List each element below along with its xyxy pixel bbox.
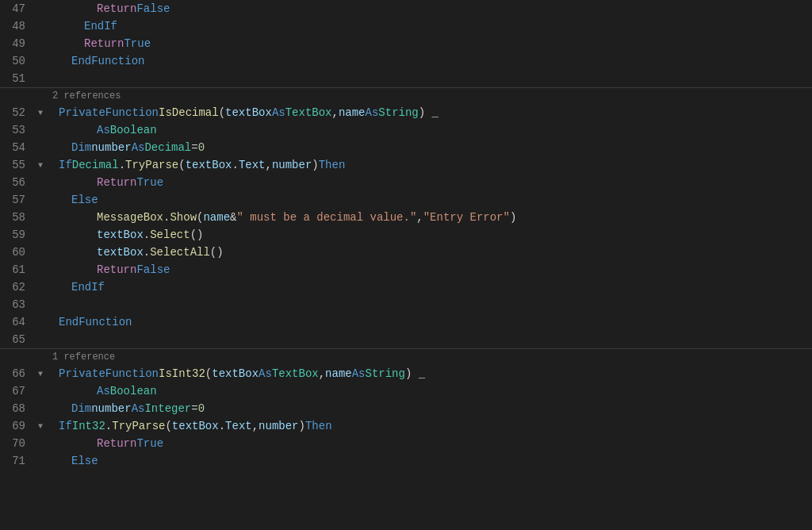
code-48: End If xyxy=(48,17,117,35)
line-number-67: 67 xyxy=(0,385,33,398)
fold-66[interactable]: ▼ xyxy=(33,370,48,378)
code-69: If Int32.TryParse(textBox.Text, number) … xyxy=(48,417,332,435)
line-number-70: 70 xyxy=(0,437,33,450)
code-row-62: 62 End If xyxy=(0,278,812,296)
line-number-62: 62 xyxy=(0,281,33,294)
code-row-55: 55 ▼ If Decimal.TryParse(textBox.Text, n… xyxy=(0,156,812,174)
code-row-59: 59 textBox.Select() xyxy=(0,226,812,244)
code-row-71: 71 Else xyxy=(0,452,812,470)
code-71: Else xyxy=(48,452,98,470)
code-row-67: 67 As Boolean xyxy=(0,382,812,400)
code-row-48: 48 End If xyxy=(0,17,812,35)
code-66: Private Function IsInt32(textBox As Text… xyxy=(48,365,425,382)
code-53: As Boolean xyxy=(48,121,157,139)
line-number-51: 51 xyxy=(0,72,33,85)
code-51 xyxy=(48,70,49,87)
code-row-68: 68 Dim number As Integer = 0 xyxy=(0,400,812,417)
code-68: Dim number As Integer = 0 xyxy=(48,400,205,417)
line-number-58: 58 xyxy=(0,211,33,224)
ref-row-2: 00 2 references xyxy=(0,88,812,104)
code-row-52: 52 ▼ Private Function IsDecimal(textBox … xyxy=(0,104,812,121)
code-row-70: 70 Return True xyxy=(0,435,812,452)
line-number-63: 63 xyxy=(0,298,33,311)
code-62: End If xyxy=(48,278,105,296)
code-50: End Function xyxy=(48,52,144,70)
code-row-47: 47 Return False xyxy=(0,0,812,17)
code-63 xyxy=(48,296,49,313)
code-row-63: 63 xyxy=(0,296,812,313)
line-number-71: 71 xyxy=(0,455,33,467)
code-row-64: 64 End Function xyxy=(0,313,812,331)
line-number-52: 52 xyxy=(0,106,33,119)
code-row-56: 56 Return True xyxy=(0,174,812,191)
references-1: 1 reference xyxy=(48,351,115,363)
code-52: Private Function IsDecimal(textBox As Te… xyxy=(48,104,439,121)
ref-row-1: 00 1 reference xyxy=(0,349,812,365)
line-number-49: 49 xyxy=(0,37,33,50)
code-65 xyxy=(48,331,49,348)
code-59: textBox.Select() xyxy=(48,226,203,244)
code-row-69: 69 ▼ If Int32.TryParse(textBox.Text, num… xyxy=(0,417,812,435)
code-row-49: 49 Return True xyxy=(0,35,812,52)
code-56: Return True xyxy=(48,174,163,191)
line-number-60: 60 xyxy=(0,246,33,259)
line-number-47: 47 xyxy=(0,2,33,15)
line-number-65: 65 xyxy=(0,333,33,346)
line-number-59: 59 xyxy=(0,229,33,241)
references-2: 2 references xyxy=(48,90,121,102)
rows-container: 47 Return False 48 End If 49 xyxy=(0,0,812,470)
line-number-53: 53 xyxy=(0,124,33,136)
ref-linenum-2: 00 xyxy=(0,90,33,102)
ref-linenum-1: 00 xyxy=(0,351,33,363)
code-row-57: 57 Else xyxy=(0,191,812,209)
code-row-60: 60 textBox.SelectAll() xyxy=(0,244,812,261)
line-number-69: 69 xyxy=(0,420,33,432)
line-number-66: 66 xyxy=(0,367,33,380)
line-number-56: 56 xyxy=(0,176,33,189)
line-number-61: 61 xyxy=(0,263,33,276)
fold-69[interactable]: ▼ xyxy=(33,422,48,431)
code-row-65: 65 xyxy=(0,331,812,348)
code-57: Else xyxy=(48,191,98,209)
code-editor: 47 Return False 48 End If 49 xyxy=(0,0,812,530)
code-67: As Boolean xyxy=(48,382,157,400)
line-number-54: 54 xyxy=(0,141,33,154)
code-70: Return True xyxy=(48,435,163,452)
line-number-64: 64 xyxy=(0,316,33,328)
code-60: textBox.SelectAll() xyxy=(48,244,224,261)
code-58: MessageBox.Show(name & " must be a decim… xyxy=(48,209,516,226)
code-55: If Decimal.TryParse(textBox.Text, number… xyxy=(48,156,345,174)
fold-55[interactable]: ▼ xyxy=(33,161,48,170)
line-number-68: 68 xyxy=(0,402,33,415)
code-49: Return True xyxy=(48,35,151,52)
fold-52[interactable]: ▼ xyxy=(33,109,48,117)
code-64: End Function xyxy=(48,313,132,331)
code-area[interactable]: 47 Return False 48 End If 49 xyxy=(0,0,812,530)
line-number-50: 50 xyxy=(0,55,33,67)
code-row-53: 53 As Boolean xyxy=(0,121,812,139)
code-54: Dim number As Decimal = 0 xyxy=(48,139,205,156)
code-row-58: 58 MessageBox.Show(name & " must be a de… xyxy=(0,209,812,226)
line-number-55: 55 xyxy=(0,159,33,171)
code-47: Return False xyxy=(48,0,170,17)
line-number-57: 57 xyxy=(0,194,33,206)
line-number-48: 48 xyxy=(0,20,33,33)
code-61: Return False xyxy=(48,261,170,278)
code-row-54: 54 Dim number As Decimal = 0 xyxy=(0,139,812,156)
code-row-51: 51 xyxy=(0,70,812,87)
code-row-50: 50 End Function xyxy=(0,52,812,70)
code-row-61: 61 Return False xyxy=(0,261,812,278)
code-row-66: 66 ▼ Private Function IsInt32(textBox As… xyxy=(0,365,812,382)
